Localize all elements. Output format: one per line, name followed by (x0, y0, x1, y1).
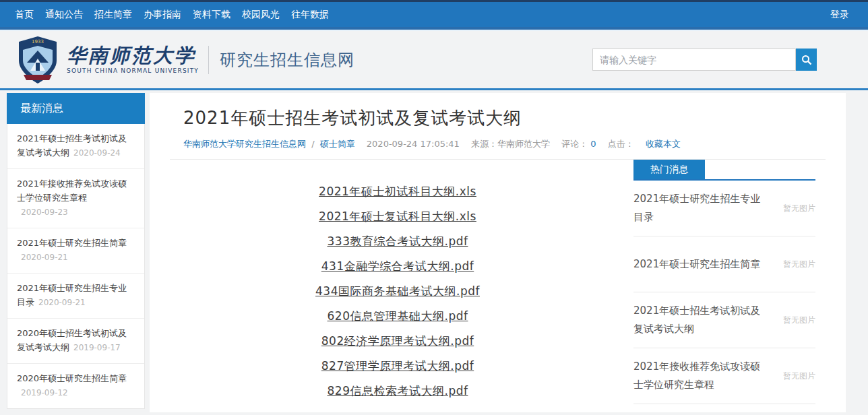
nav-menu: 首页 通知公告 招生简章 办事指南 资料下载 校园风光 往年数据 (15, 9, 329, 21)
comments-count: 0 (590, 139, 596, 149)
nav-item-campus-scenery[interactable]: 校园风光 (242, 9, 280, 21)
article-source: 来源：华南师范大学 (471, 139, 550, 149)
list-item[interactable]: 2021年硕士研究生招生简章 暂无图片 (633, 236, 815, 292)
breadcrumb-site-link[interactable]: 华南师范大学研究生招生信息网 (183, 139, 306, 149)
news-date: 2019-09-12 (21, 388, 68, 397)
hot-news-title: 2021年硕士研究生招生简章 (633, 255, 778, 274)
list-item[interactable]: 2021年硕士研究生招生专业目录2020-09-21 (7, 274, 144, 319)
news-date: 2019-09-17 (73, 343, 121, 352)
list-item[interactable]: 2021年硕士研究生招生专业目录 暂无图片 (633, 181, 815, 236)
news-date: 2020-09-21 (38, 298, 86, 307)
site-logo[interactable]: 1933 华南师范大学 SOUTH CHINA NORMAL UNIVERSIT… (17, 36, 199, 84)
list-item[interactable]: 2021年硕士招生考试初试及复试考试大纲2020-09-24 (7, 124, 144, 169)
attachment-link[interactable]: 333教育综合考试大纲.pdf (170, 234, 625, 249)
top-navigation: 首页 通知公告 招生简章 办事指南 资料下载 校园风光 往年数据 登录 (0, 2, 868, 30)
breadcrumb: 华南师范大学研究生招生信息网 / 硕士简章 (183, 139, 358, 149)
article-meta: 华南师范大学研究生招生信息网 / 硕士简章 2020-09-24 17:05:4… (183, 138, 846, 150)
no-image-placeholder: 暂无图片 (778, 259, 815, 270)
search-button[interactable] (796, 49, 817, 71)
breadcrumb-separator: / (311, 139, 314, 149)
latest-news-header: 最新消息 (7, 93, 145, 124)
news-date: 2020-09-24 (73, 148, 121, 158)
nav-item-admission-guide[interactable]: 招生简章 (94, 9, 132, 21)
attachment-link[interactable]: 620信息管理基础大纲.pdf (170, 309, 625, 324)
no-image-placeholder: 暂无图片 (778, 371, 815, 382)
news-date: 2020-09-23 (21, 208, 68, 217)
hot-news-title: 2021年硕士招生考试初试及复试考试大纲 (633, 302, 778, 338)
article-body: 2021年硕士初试科目大纲.xls 2021年硕士复试科目大纲.xls 333教… (150, 160, 846, 399)
latest-news-list: 2021年硕士招生考试初试及复试考试大纲2020-09-24 2021年接收推荐… (7, 124, 145, 409)
nav-item-service-guide[interactable]: 办事指南 (144, 9, 181, 21)
attachment-link[interactable]: 2021年硕士初试科目大纲.xls (170, 184, 625, 199)
nav-item-downloads[interactable]: 资料下载 (193, 9, 230, 21)
comments: 评论： 0 (561, 139, 599, 149)
publish-datetime: 2020-09-24 17:05:41 (367, 139, 460, 149)
search-bar (592, 49, 817, 71)
favorite-link[interactable]: 收藏本文 (646, 139, 681, 149)
list-item[interactable]: 2021年接收推荐免试攻读硕士学位研究生章程 暂无图片 (633, 348, 815, 404)
list-item[interactable]: 2020年硕士招生考试初试及复试考试大纲2019-09-17 (7, 319, 144, 364)
hot-news-list: 2021年硕士研究生招生专业目录 暂无图片 2021年硕士研究生招生简章 暂无图… (633, 181, 815, 404)
news-title: 2020年硕士研究生招生简章 (17, 373, 127, 383)
attachment-link[interactable]: 829信息检索考试大纲.pdf (170, 383, 625, 399)
search-icon (801, 55, 812, 65)
attachment-link[interactable]: 802经济学原理考试大纲.pdf (170, 333, 625, 349)
login-link[interactable]: 登录 (830, 9, 849, 21)
hot-news-sidebar: 热门消息 2021年硕士研究生招生专业目录 暂无图片 2021年硕士研究生招生简… (633, 160, 815, 404)
logo-text: 华南师范大学 SOUTH CHINA NORMAL UNIVERSITY (67, 45, 199, 74)
attachment-link[interactable]: 2021年硕士复试科目大纲.xls (170, 209, 625, 224)
site-header: 1933 华南师范大学 SOUTH CHINA NORMAL UNIVERSIT… (0, 31, 868, 90)
comments-label: 评论： (561, 139, 588, 149)
no-image-placeholder: 暂无图片 (778, 315, 815, 326)
attachment-link[interactable]: 827管理学原理考试大纲.pdf (170, 358, 625, 374)
logo-divider (208, 46, 209, 74)
search-input[interactable] (592, 49, 796, 71)
nav-item-past-data[interactable]: 往年数据 (291, 9, 329, 21)
list-item[interactable]: 2021年接收推荐免试攻读硕士学位研究生章程2020-09-23 (7, 169, 144, 228)
nav-item-notices[interactable]: 通知公告 (45, 9, 83, 21)
list-item[interactable]: 2021年硕士招生考试初试及复试考试大纲 暂无图片 (633, 292, 815, 348)
school-name-en: SOUTH CHINA NORMAL UNIVERSITY (67, 67, 199, 74)
no-image-placeholder: 暂无图片 (778, 203, 815, 214)
list-item[interactable]: 2020年硕士研究生招生简章2019-09-12 (7, 364, 144, 408)
hot-news-title: 2021年接收推荐免试攻读硕士学位研究生章程 (633, 358, 778, 394)
school-name-zh: 华南师范大学 (67, 45, 199, 65)
attachment-list: 2021年硕士初试科目大纲.xls 2021年硕士复试科目大纲.xls 333教… (170, 160, 625, 399)
list-item[interactable]: 2021年硕士研究生招生简章2020-09-21 (7, 228, 144, 274)
hot-news-title: 2021年硕士研究生招生专业目录 (633, 190, 778, 226)
svg-text:1933: 1933 (32, 39, 44, 44)
hot-news-header: 热门消息 (633, 160, 815, 181)
page-title: 2021年硕士招生考试初试及复试考试大纲 (183, 93, 846, 130)
site-title: 研究生招生信息网 (220, 49, 354, 71)
attachment-link[interactable]: 431金融学综合考试大纲.pdf (170, 259, 625, 274)
article-panel: 2021年硕士招生考试初试及复试考试大纲 华南师范大学研究生招生信息网 / 硕士… (150, 93, 846, 412)
breadcrumb-category-link[interactable]: 硕士简章 (320, 139, 355, 149)
clicks-label: 点击： (608, 139, 634, 149)
nav-item-home[interactable]: 首页 (15, 9, 34, 21)
news-title: 2021年接收推荐免试攻读硕士学位研究生章程 (17, 179, 127, 203)
latest-news-sidebar: 最新消息 2021年硕士招生考试初试及复试考试大纲2020-09-24 2021… (7, 93, 145, 409)
news-date: 2020-09-21 (21, 253, 68, 262)
university-crest-icon: 1933 (17, 36, 59, 84)
attachment-link[interactable]: 434国际商务基础考试大纲.pdf (170, 284, 625, 299)
news-title: 2021年硕士研究生招生简章 (17, 238, 127, 248)
hot-news-tab[interactable]: 热门消息 (633, 160, 705, 179)
content-area: 最新消息 2021年硕士招生考试初试及复试考试大纲2020-09-24 2021… (0, 90, 868, 412)
